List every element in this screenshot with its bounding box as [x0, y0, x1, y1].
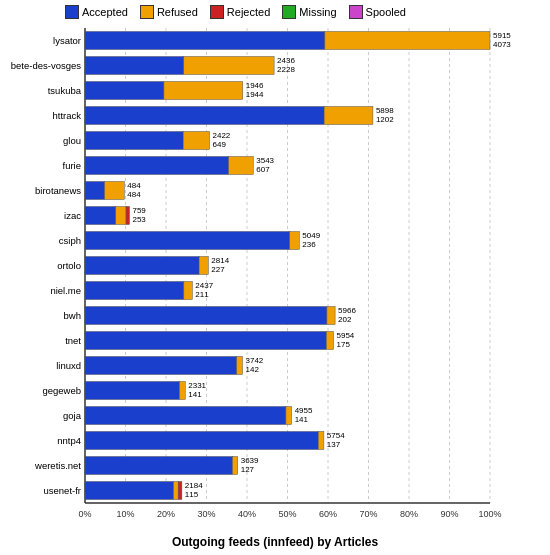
label-refused-weretis.net: 127	[241, 465, 255, 474]
legend-color	[349, 5, 363, 19]
svg-text:20%: 20%	[157, 509, 175, 519]
bar-bwh-accepted	[85, 307, 327, 325]
label-refused-glou: 649	[213, 140, 227, 149]
svg-text:furie: furie	[63, 160, 81, 171]
label-refused-lysator: 4073	[493, 40, 511, 49]
bar-goja-refused	[286, 407, 292, 425]
svg-text:60%: 60%	[319, 509, 337, 519]
svg-text:70%: 70%	[359, 509, 377, 519]
legend-color	[65, 5, 79, 19]
svg-text:80%: 80%	[400, 509, 418, 519]
bar-ortolo-refused	[199, 257, 208, 275]
svg-text:weretis.net: weretis.net	[34, 460, 81, 471]
bar-niel.me-accepted	[85, 282, 184, 300]
label-refused-birotanews: 484	[127, 190, 141, 199]
label-refused-izac: 253	[132, 215, 146, 224]
svg-text:ortolo: ortolo	[57, 260, 81, 271]
bar-birotanews-accepted	[85, 182, 105, 200]
bar-bwh-refused	[327, 307, 335, 325]
bar-linuxd-refused	[237, 357, 243, 375]
legend-item-accepted: Accepted	[65, 5, 128, 19]
bar-httrack-refused	[324, 107, 373, 125]
label-refused-httrack: 1202	[376, 115, 394, 124]
bar-lysator-accepted	[85, 32, 325, 50]
label-refused-csiph: 236	[302, 240, 316, 249]
legend-color	[282, 5, 296, 19]
svg-text:bete-des-vosges: bete-des-vosges	[11, 60, 81, 71]
bar-goja-accepted	[85, 407, 286, 425]
legend-item-missing: Missing	[282, 5, 336, 19]
label-refused-niel.me: 211	[195, 290, 209, 299]
label-refused-ortolo: 227	[211, 265, 225, 274]
legend-item-refused: Refused	[140, 5, 198, 19]
svg-text:niel.me: niel.me	[50, 285, 81, 296]
bar-birotanews-refused	[105, 182, 125, 200]
bar-gegeweb-refused	[180, 382, 186, 400]
svg-text:nntp4: nntp4	[57, 435, 81, 446]
bar-nntp4-accepted	[85, 432, 318, 450]
chart-container: AcceptedRefusedRejectedMissingSpooled 0%…	[0, 0, 550, 555]
bar-weretis.net-accepted	[85, 457, 233, 475]
legend-label: Refused	[157, 6, 198, 18]
legend: AcceptedRefusedRejectedMissingSpooled	[5, 5, 545, 19]
bar-tsukuba-refused	[164, 82, 243, 100]
bar-izac-accepted	[85, 207, 116, 225]
legend-label: Spooled	[366, 6, 406, 18]
svg-text:100%: 100%	[478, 509, 501, 519]
label-refused-bwh: 202	[338, 315, 352, 324]
label-refused-gegeweb: 141	[188, 390, 202, 399]
label-refused-tnet: 175	[337, 340, 351, 349]
svg-text:30%: 30%	[197, 509, 215, 519]
svg-text:birotanews: birotanews	[35, 185, 81, 196]
svg-text:linuxd: linuxd	[56, 360, 81, 371]
svg-text:tnet: tnet	[65, 335, 81, 346]
svg-text:gegeweb: gegeweb	[42, 385, 81, 396]
svg-text:csiph: csiph	[59, 235, 81, 246]
bar-glou-refused	[183, 132, 209, 150]
svg-text:izac: izac	[64, 210, 81, 221]
label-refused-tsukuba: 1944	[246, 90, 264, 99]
svg-text:usenet-fr: usenet-fr	[44, 485, 82, 496]
label-refused-goja: 141	[295, 415, 309, 424]
bar-httrack-accepted	[85, 107, 324, 125]
bar-niel.me-refused	[184, 282, 193, 300]
legend-color	[140, 5, 154, 19]
bar-bete-des-vosges-refused	[184, 57, 274, 75]
legend-label: Accepted	[82, 6, 128, 18]
bar-tnet-refused	[326, 332, 333, 350]
svg-text:90%: 90%	[440, 509, 458, 519]
label-refused-linuxd: 142	[245, 365, 259, 374]
bar-izac-rejected	[126, 207, 129, 225]
svg-text:httrack: httrack	[52, 110, 81, 121]
bar-csiph-accepted	[85, 232, 290, 250]
svg-text:10%: 10%	[116, 509, 134, 519]
bar-chart: 0%10%20%30%40%50%60%70%80%90%100%lysator…	[5, 23, 545, 533]
legend-color	[210, 5, 224, 19]
bar-bete-des-vosges-accepted	[85, 57, 184, 75]
bar-usenet-fr-accepted	[85, 482, 174, 500]
svg-text:lysator: lysator	[53, 35, 81, 46]
chart-title: Outgoing feeds (innfeed) by Articles	[5, 535, 545, 549]
bar-lysator-refused	[325, 32, 490, 50]
bar-weretis.net-refused	[233, 457, 238, 475]
bar-linuxd-accepted	[85, 357, 237, 375]
label-refused-furie: 607	[256, 165, 270, 174]
label-refused-nntp4: 137	[327, 440, 341, 449]
bar-csiph-refused	[290, 232, 300, 250]
bar-izac-refused	[116, 207, 126, 225]
legend-label: Missing	[299, 6, 336, 18]
bar-tnet-accepted	[85, 332, 326, 350]
svg-text:glou: glou	[63, 135, 81, 146]
label-refused-bete-des-vosges: 2228	[277, 65, 295, 74]
bar-nntp4-refused	[318, 432, 324, 450]
bar-ortolo-accepted	[85, 257, 199, 275]
bar-glou-accepted	[85, 132, 183, 150]
legend-item-spooled: Spooled	[349, 5, 406, 19]
legend-label: Rejected	[227, 6, 270, 18]
bar-furie-accepted	[85, 157, 229, 175]
svg-text:0%: 0%	[78, 509, 91, 519]
svg-text:tsukuba: tsukuba	[48, 85, 82, 96]
svg-text:50%: 50%	[278, 509, 296, 519]
bar-usenet-fr-refused	[174, 482, 179, 500]
svg-text:goja: goja	[63, 410, 82, 421]
